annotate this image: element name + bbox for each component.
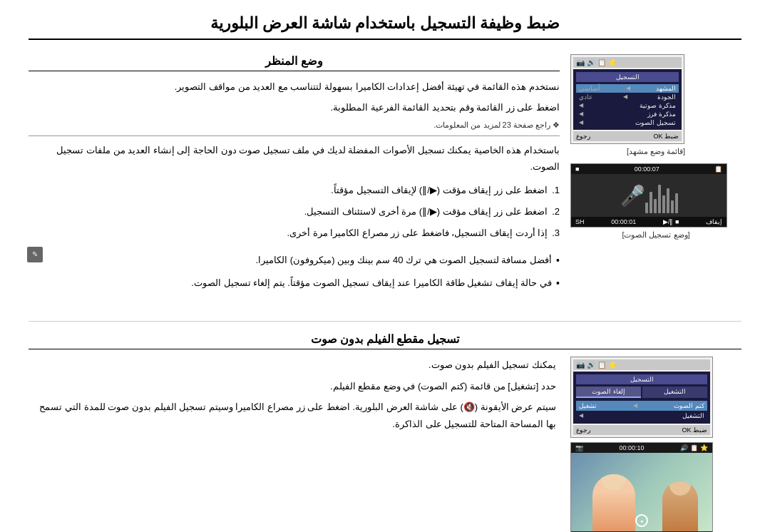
right-top-text: باستخدام هذه الخاصية يمكنك تسجيل الأصوات… [29, 142, 560, 175]
person-body [592, 474, 635, 531]
rec-icon: ■ [575, 165, 579, 173]
vid-icon-3: ⭐ [700, 444, 708, 451]
page-container: ضبط وظيفة التسجيل باستخدام شاشة العرض ال… [0, 0, 770, 532]
arrow-icon: ◀ [623, 93, 627, 101]
mute-item-value: تشغيل [579, 402, 597, 409]
person-body-2 [662, 481, 698, 531]
item-label: الجودة [657, 93, 676, 101]
mute-icon-3: 📋 [597, 361, 606, 369]
top-content: 📷 🔊 📋 ⭐ التسجيل المشهد ◀ أساسي الجودة [29, 54, 741, 303]
person-head-2 [669, 481, 691, 496]
caption-menu: [قائمة وضع مشهد] [570, 147, 741, 156]
mute-bottom-bar: رجوع OK ضبط [573, 425, 710, 435]
see-page-note: ❖ راجع صفحة 23 لمزيد من المعلومات. [29, 121, 560, 130]
video-content: ● [571, 453, 712, 531]
camera-icons: 📷 🔊 📋 ⭐ [576, 58, 617, 66]
camera-menu-item-audio2: مذكرة فرز ◀ [576, 110, 679, 118]
mute-icon-4: ⭐ [608, 361, 617, 369]
item-text: إذا أردت إيقاف التسجيل، فاضغط على زر مصر… [287, 225, 548, 241]
bullet-text-1: أفضل مسافة لتسجيل الصوت هي ترك 40 سم بين… [256, 252, 552, 270]
bottom-section: تسجيل مقطع الفيلم بدون صوت 📷 🔊 📋 ⭐ [29, 332, 741, 532]
bullet-item-1: • أفضل مسافة لتسجيل الصوت هي ترك 40 سم ب… [53, 252, 560, 270]
shutter-indicator: ● [635, 514, 648, 527]
item-value: عادي [579, 93, 592, 101]
mute-item-label: كتم الصوت [674, 402, 704, 409]
numbered-item-1: 1. اضغط على زر إيقاف مؤقت (▶/‖) لإيقاف ا… [29, 183, 560, 198]
quality-icon: 📋 [714, 165, 722, 173]
arrow-icon: ◀ [633, 402, 637, 409]
bottom-para-1: يمكنك تسجيل الفيلم بدون صوت. [29, 357, 556, 373]
video-background: ● [571, 453, 712, 531]
numbered-item-2: 2. اضغط على زر إيقاف مؤقت (▶/‖) مرة أخرى… [29, 204, 560, 220]
arrow-icon-2: ◀ [579, 412, 583, 419]
item-text: اضغط على زر إيقاف مؤقت (▶/‖) مرة أخرى لا… [304, 204, 548, 220]
camera-menu-item-rec: تسجيل الصوت ◀ [576, 118, 679, 127]
bottom-text: يمكنك تسجيل الفيلم بدون صوت. حدد [تشغيل]… [29, 357, 556, 532]
item-value: أساسي [579, 85, 600, 92]
item-number: 2. [552, 204, 560, 220]
back-label: رجوع [576, 133, 590, 140]
waveform-bars [645, 178, 678, 213]
bullet-item-2: • في حالة إيقاف تشغيل طاقة الكاميرا عند … [53, 275, 560, 292]
ok-label: OK ضبط [653, 133, 679, 140]
camera-icon-2: 🔊 [587, 58, 595, 66]
stop-label: إيقاف [706, 218, 722, 225]
bullet-text-2: في حالة إيقاف تشغيل طاقة الكاميرا عند إي… [191, 275, 552, 292]
mute-back-label: رجوع [576, 426, 590, 434]
camera-menu-item-audio1: مذكرة صوتية ◀ [576, 101, 679, 110]
arrow-icon: ◀ [579, 119, 583, 126]
camera-icon-1: 📷 [576, 58, 585, 66]
bottom-arabic-text: يمكنك تسجيل الفيلم بدون صوت. حدد [تشغيل]… [29, 357, 556, 432]
mute-tab-1: إلغاء الصوت [576, 387, 641, 398]
section-top-header: وضع المنظر [29, 54, 560, 71]
arrow-icon: ◀ [579, 111, 583, 118]
camera-ui-top-bar: 📷 🔊 📋 ⭐ [573, 57, 682, 68]
vid-icon-1: 🔊 [680, 444, 688, 451]
item-number: 3. [552, 225, 560, 241]
item-label: مذكرة فرز [647, 111, 676, 118]
bar-1 [645, 203, 648, 213]
bottom-para-3: سيتم عرض الأيقونة (🔇) على شاشة العرض الب… [29, 399, 556, 432]
video-top-icons: 🔊 📋 ⭐ [680, 444, 708, 451]
numbered-list: 1. اضغط على زر إيقاف مؤقت (▶/‖) لإيقاف ا… [29, 183, 560, 241]
mute-menu-ui: 📷 🔊 📋 ⭐ التسجيل إلغاء الصوت التشغيل [570, 357, 713, 438]
note-icon: ✎ [27, 247, 43, 262]
bar-6 [667, 188, 669, 213]
top-left-ui: 📷 🔊 📋 ⭐ التسجيل المشهد ◀ أساسي الجودة [570, 54, 741, 303]
mute-menu-top: 📷 🔊 📋 ⭐ [573, 359, 710, 370]
video-frame: 📷 00:00:10 🔊 📋 ⭐ [570, 442, 713, 532]
bottom-section-divider [29, 321, 741, 322]
mute-tab-2: التشغيل [642, 387, 707, 398]
mute-camera-icons: 📷 🔊 📋 ⭐ [576, 361, 617, 369]
item-label: تسجيل الصوت [635, 119, 676, 126]
top-right-text: وضع المنظر نستخدم هذه القائمة في تهيئة أ… [29, 54, 560, 303]
recording-screen-container: ■ 00:00:07 📋 🎤 [570, 163, 741, 240]
mic-icon: 🎤 [620, 184, 645, 208]
timer-display: 00:00:07 [635, 165, 659, 173]
mute-menu-header: التسجيل [576, 374, 707, 384]
bottom-para-2: حدد [تشغيل] من قائمة (كتم الصوت) في وضع … [29, 378, 556, 394]
bullet-dot-1: • [556, 252, 560, 270]
bar-4 [658, 185, 661, 213]
arrow-icon: ◀ [579, 102, 583, 109]
right-top-para: باستخدام هذه الخاصية يمكنك تسجيل الأصوات… [29, 142, 560, 175]
sh-label: SH [575, 218, 585, 225]
person-head-1 [601, 474, 626, 491]
bottom-section-header: تسجيل مقطع الفيلم بدون صوت [29, 332, 741, 349]
camera-menu-ui: 📷 🔊 📋 ⭐ التسجيل المشهد ◀ أساسي الجودة [570, 54, 684, 144]
time-label: 00:00:01 [611, 218, 636, 225]
video-timer: 00:00:10 [619, 444, 644, 451]
video-icon-1: 📷 [575, 444, 583, 451]
recording-ui: ■ 00:00:07 📋 🎤 [570, 163, 727, 227]
bar-2 [650, 192, 652, 213]
intro-para-1: نستخدم هذه القائمة في تهيئة أفضل إعدادات… [29, 78, 560, 95]
shutter-inner: ● [640, 518, 643, 523]
note-icon-container: ✎ [29, 247, 46, 304]
intro-para-2: اضغط على زر القائمة وقم بتحديد القائمة ا… [29, 99, 560, 116]
bottom-images: 📷 🔊 📋 ⭐ التسجيل إلغاء الصوت التشغيل [570, 357, 741, 532]
mute-item-2: التشغيل ◀ [576, 411, 707, 421]
recording-top-bar: ■ 00:00:07 📋 [571, 164, 727, 174]
mute-menu-body: التسجيل إلغاء الصوت التشغيل كتم الصوت ◀ … [573, 372, 710, 424]
item-number: 1. [552, 183, 560, 198]
section-intro-text: نستخدم هذه القائمة في تهيئة أفضل إعدادات… [29, 78, 560, 116]
